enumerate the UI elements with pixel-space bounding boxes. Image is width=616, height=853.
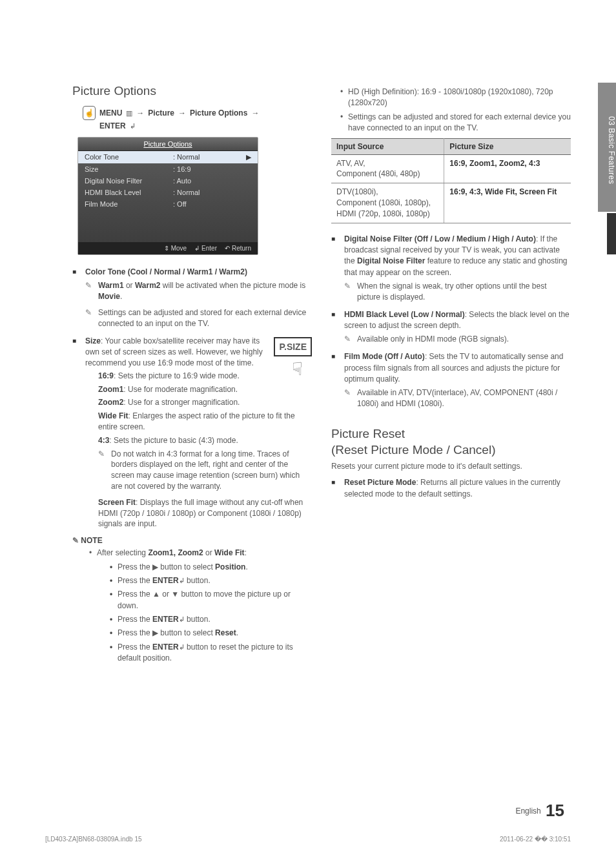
label-43: 4:3	[98, 436, 109, 445]
section-title-picture-reset: Picture Reset(Reset Picture Mode / Cance…	[331, 426, 571, 458]
item-dnf: Digital Noise Filter (Off / Low / Medium…	[331, 234, 571, 303]
td-picture-size: 16:9, 4:3, Wide Fit, Screen Fit	[444, 183, 571, 223]
remote-icon: ☝	[83, 106, 96, 120]
menu-path-enter: ENTER	[83, 121, 312, 130]
bullet-item: HD (High Definition): 16:9 - 1080i/1080p…	[340, 87, 571, 109]
item-film: Film Mode (Off / Auto): Sets the TV to a…	[331, 351, 571, 409]
steps-list: Press the ▶ button to select Position.Pr…	[97, 562, 312, 664]
th-picture-size: Picture Size	[444, 138, 571, 154]
nav-enter: ENTER	[99, 121, 126, 130]
osd-label: Film Mode	[85, 200, 154, 208]
size-zoom2: Zoom2: Use for a stronger magnification.	[98, 397, 312, 408]
osd-label: Color Tone	[85, 153, 154, 161]
arrow-icon: →	[251, 108, 259, 118]
section-title-picture-options: Picture Options	[72, 84, 312, 98]
size-head: Size	[85, 336, 101, 345]
osd-row[interactable]: Size: 16:9	[78, 163, 258, 175]
footer-lang: English	[515, 807, 540, 816]
item-size: P.SIZE Size: Your cable box/satellite re…	[72, 336, 312, 530]
left-column: Picture Options ☝ MENU ▥ → Picture → Pic…	[72, 84, 312, 667]
size-widefit: Wide Fit: Enlarges the aspect ratio of t…	[98, 411, 312, 433]
menu-glyph-icon: ▥	[126, 109, 132, 118]
txt: After selecting	[97, 548, 148, 557]
color-tone-note-1: Warm1 or Warm2 will be activated when th…	[85, 280, 312, 302]
table-row: ATV, AV,Component (480i, 480p)16:9, Zoom…	[331, 154, 571, 183]
label-169: 16:9	[98, 371, 114, 380]
page: Picture Options ☝ MENU ▥ → Picture → Pic…	[0, 0, 616, 693]
step-item: Press the ▲ or ▼ button to move the pict…	[110, 589, 312, 611]
note-head: NOTE	[72, 536, 312, 545]
step-item: Press the ▶ button to select Reset.	[110, 628, 312, 639]
enter-icon	[179, 615, 185, 625]
reset-intro: Resets your current picture mode to it's…	[331, 462, 571, 471]
step-item: Press the ENTER button.	[110, 614, 312, 625]
osd-row[interactable]: Color Tone: Normal▶	[78, 151, 258, 163]
item-reset-picture-mode: Reset Picture Mode: Returns all picture …	[331, 477, 571, 500]
label-zoom2: Zoom2	[98, 398, 123, 407]
txt: .	[120, 292, 122, 301]
step-item: Press the ENTER button.	[110, 575, 312, 586]
txt: :	[245, 548, 247, 557]
input-size-table: Input Source Picture Size ATV, AV,Compon…	[331, 138, 571, 223]
reset-label: Reset Picture Mode	[344, 478, 416, 487]
td-picture-size: 16:9, Zoom1, Zoom2, 4:3	[444, 154, 571, 183]
txt-bold: Digital Noise Filter	[357, 256, 425, 265]
osd-footer: Move Enter Return	[78, 242, 258, 254]
arrow-right-icon	[242, 177, 251, 185]
enter-icon	[130, 122, 136, 130]
txt: : Sets the picture to basic (4:3) mode.	[109, 436, 238, 445]
arrow-right-icon: ▶	[242, 153, 251, 161]
top-bullets: HD (High Definition): 16:9 - 1080i/1080p…	[331, 87, 571, 134]
nav-picture: Picture	[148, 108, 174, 118]
table-row: DTV(1080i),Component (1080i, 1080p),HDMI…	[331, 183, 571, 223]
movie-label: Movie	[98, 292, 120, 301]
size-zoom1: Zoom1: Use for moderate magnification.	[98, 384, 312, 395]
arrow-right-icon	[242, 200, 251, 208]
item-color-tone: Color Tone (Cool / Normal / Warm1 / Warm…	[72, 267, 312, 329]
warm2-label: Warm2	[135, 281, 161, 290]
color-tone-note-2: Settings can be adjusted and stored for …	[85, 307, 312, 329]
nav-menu: MENU	[99, 108, 122, 118]
txt: will be activated when the picture mode …	[161, 281, 306, 290]
size-43: 4:3: Sets the picture to basic (4:3) mod…	[98, 435, 312, 446]
arrow-icon: →	[136, 108, 144, 118]
film-head: Film Mode (Off / Auto)	[344, 352, 425, 361]
print-right: 2011-06-22 �� 3:10:51	[500, 836, 571, 843]
osd-title: Picture Options	[78, 138, 258, 151]
osd-value: : Auto	[154, 177, 242, 185]
size-43-note: Do not watch in 4:3 format for a long ti…	[98, 449, 312, 492]
hand-icon: ☟	[292, 356, 303, 383]
hbl-head: HDMI Black Level (Low / Normal)	[344, 310, 465, 319]
td-source: ATV, AV,Component (480i, 480p)	[331, 154, 444, 183]
dnf-head: Digital Noise Filter (Off / Low / Medium…	[344, 234, 536, 243]
size-169: 16:9: Sets the picture to 16:9 wide mode…	[98, 371, 312, 382]
color-tone-head: Color Tone (Cool / Normal / Warm1 / Warm…	[85, 267, 247, 276]
txt: : Sets the picture to 16:9 wide mode.	[114, 371, 240, 380]
osd-value: : Normal	[154, 153, 242, 161]
arrow-right-icon	[242, 189, 251, 196]
osd-move: Move	[164, 245, 187, 252]
osd-value: : Normal	[154, 189, 242, 196]
arrow-icon: →	[178, 108, 186, 118]
osd-value: : Off	[154, 200, 242, 208]
size-intro: : Your cable box/satellite receiver may …	[85, 336, 263, 368]
label-widefit: Wide Fit	[98, 411, 128, 420]
item-hbl: HDMI Black Level (Low / Normal): Selects…	[331, 309, 571, 345]
osd-row[interactable]: HDMI Black Level: Normal	[78, 187, 258, 198]
osd-label: HDMI Black Level	[85, 189, 154, 196]
menu-path: ☝ MENU ▥ → Picture → Picture Options →	[83, 106, 312, 120]
right-column: HD (High Definition): 16:9 - 1080i/1080p…	[331, 84, 571, 667]
osd-panel: Picture Options Color Tone: Normal▶Size:…	[77, 137, 258, 255]
footer-page: 15	[546, 801, 564, 820]
txt: : Use for moderate magnification.	[123, 385, 238, 394]
txt-bold: Wide Fit	[214, 548, 245, 557]
nav-picture-options: Picture Options	[190, 108, 247, 118]
hbl-note: Available only in HDMI mode (RGB signals…	[344, 334, 571, 345]
txt: : Enlarges the aspect ratio of the pictu…	[98, 411, 295, 431]
osd-row[interactable]: Film Mode: Off	[78, 198, 258, 210]
txt: : Use for a stronger magnification.	[123, 398, 240, 407]
txt-bold: Zoom1, Zoom2	[148, 548, 203, 557]
txt: or	[124, 281, 135, 290]
warm1-label: Warm1	[98, 281, 124, 290]
osd-row[interactable]: Digital Noise Filter: Auto	[78, 175, 258, 187]
